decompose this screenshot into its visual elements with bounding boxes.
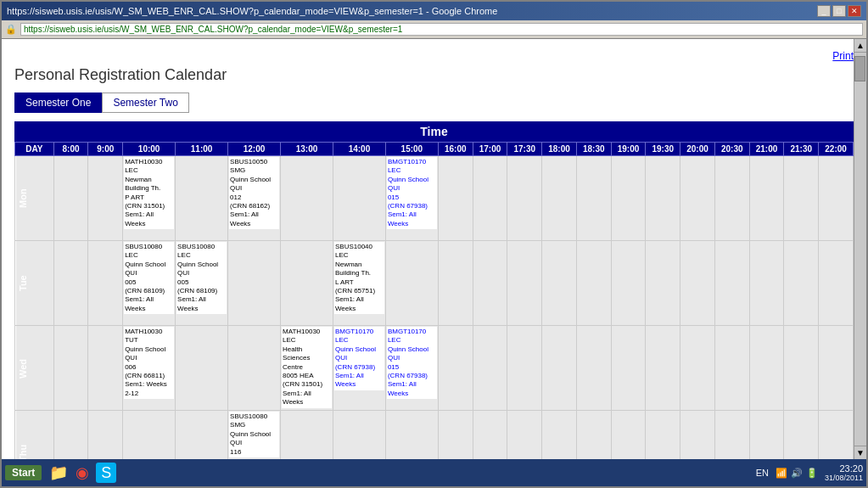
clock-date: 31/08/2011: [825, 474, 863, 482]
wed-2200: [819, 326, 854, 411]
wed-900: [88, 326, 123, 411]
tue-day-label: Tue: [15, 241, 54, 326]
time-8-header: 8:00: [53, 143, 88, 156]
mon-2000: [680, 156, 715, 241]
mon-bmgt10170-event: BMGT10170LECQuinn School QUI015(CRN 6793…: [387, 157, 437, 229]
close-button[interactable]: ✕: [848, 5, 861, 17]
scrollbar[interactable]: ▲ ▼: [854, 39, 866, 459]
mon-1400: [333, 156, 385, 241]
thu-1600: [438, 411, 473, 460]
mon-1830: [576, 156, 611, 241]
thu-day-label: Thu: [15, 411, 54, 460]
wed-1600: [438, 326, 473, 411]
window-controls: _ □ ✕: [817, 5, 861, 17]
wed-1830: [576, 326, 611, 411]
mon-2030: [714, 156, 749, 241]
wed-2030: [714, 326, 749, 411]
wed-bmgt10170a-event: BMGT10170LECQuinn School QUI(CRN 67938)S…: [334, 327, 384, 390]
start-button[interactable]: Start: [5, 465, 42, 480]
thu-1200: SBUS10080SMGQuinn School QUI116: [228, 411, 281, 460]
wed-2000: [680, 326, 715, 411]
taskbar-skype-icon[interactable]: S: [96, 463, 116, 483]
taskbar-lang: EN: [756, 468, 769, 478]
taskbar-chrome-icon[interactable]: ◉: [72, 463, 92, 483]
tue-1300: [281, 241, 333, 326]
thu-2100: [749, 411, 784, 460]
wed-1800: [542, 326, 577, 411]
title-bar: https://sisweb.usis.ie/usis/W_SM_WEB_ENR…: [2, 2, 866, 20]
thu-1700: [473, 411, 507, 460]
mon-1200: SBUS10050SMGQuinn School QUI012(CRN 6816…: [228, 156, 281, 241]
system-tray: 📶 🔊 🔋: [776, 468, 818, 479]
tab-semester-one[interactable]: Semester One: [14, 93, 102, 113]
minimize-button[interactable]: _: [817, 5, 831, 17]
lock-icon: 🔒: [5, 24, 17, 35]
mon-1100: [176, 156, 228, 241]
thu-row: Thu SBUS10080SMGQuinn School QUI116: [15, 411, 854, 460]
time-1830-header: 18:30: [576, 143, 611, 156]
network-icon: 📶: [776, 468, 787, 479]
tue-1500: [385, 241, 438, 326]
maximize-button[interactable]: □: [832, 5, 846, 17]
tue-900: [88, 241, 123, 326]
tue-1200: [228, 241, 281, 326]
time-13-header: 13:00: [281, 143, 333, 156]
print-link[interactable]: Print: [14, 46, 854, 66]
taskbar-right: EN 📶 🔊 🔋 23:20 31/08/2011: [756, 463, 863, 482]
tue-1000: SBUS10080LECQuinn School QUI005(CRN 6810…: [123, 241, 176, 326]
time-17-header: 17:00: [473, 143, 507, 156]
thu-800: [53, 411, 88, 460]
tue-1900: [611, 241, 646, 326]
time-20-header: 20:00: [680, 143, 715, 156]
thu-1830: [576, 411, 611, 460]
mon-1930: [646, 156, 680, 241]
tue-1800: [542, 241, 577, 326]
battery-icon: 🔋: [806, 468, 818, 479]
wed-1100: [176, 326, 228, 411]
tue-sbus10040-event: SBUS10040LECNewman Building Th.L ART(CRN…: [334, 242, 384, 314]
tue-2000: [680, 241, 715, 326]
time-1730-header: 17:30: [507, 143, 542, 156]
day-col-header: DAY: [15, 143, 54, 156]
tue-2200: [819, 241, 854, 326]
mon-2200: [819, 156, 854, 241]
time-1930-header: 19:30: [646, 143, 680, 156]
tue-1600: [438, 241, 473, 326]
time-14-header: 14:00: [333, 143, 385, 156]
time-12-header: 12:00: [228, 143, 281, 156]
time-9-header: 9:00: [88, 143, 123, 156]
tue-2030: [714, 241, 749, 326]
taskbar-icons: 📁 ◉ S: [48, 463, 116, 483]
mon-2130: [784, 156, 819, 241]
wed-math10030-tut-event: MATH10030TUTQuinn School QUI006(CRN 6681…: [124, 327, 174, 399]
address-input[interactable]: https://sisweb.usis.ie/usis/W_SM_WEB_ENR…: [20, 23, 863, 36]
tue-2100: [749, 241, 784, 326]
time-10-header: 10:00: [123, 143, 176, 156]
mon-sbus10050-event: SBUS10050SMGQuinn School QUI012(CRN 6816…: [229, 157, 279, 229]
time-19-header: 19:00: [611, 143, 646, 156]
scroll-thumb[interactable]: [854, 56, 865, 81]
thu-1730: [507, 411, 542, 460]
thu-1300: [281, 411, 333, 460]
wed-2130: [784, 326, 819, 411]
time-11-header: 11:00: [176, 143, 228, 156]
wed-1000: MATH10030TUTQuinn School QUI006(CRN 6681…: [123, 326, 176, 411]
thu-2200: [819, 411, 854, 460]
time-2130-header: 21:30: [784, 143, 819, 156]
mon-1900: [611, 156, 646, 241]
wed-1300: MATH10030LECHealth Sciences Centre8005 H…: [281, 326, 333, 411]
wed-1730: [507, 326, 542, 411]
browser-content: Print Personal Registration Calendar Sem…: [2, 39, 866, 459]
page-title: Personal Registration Calendar: [14, 66, 854, 84]
time-18-header: 18:00: [542, 143, 577, 156]
mon-1600: [438, 156, 473, 241]
tue-sbus10080b-event: SBUS10080LECQuinn School QUI005(CRN 6810…: [176, 242, 227, 314]
mon-1730: [507, 156, 542, 241]
wed-1930: [646, 326, 680, 411]
tab-semester-two[interactable]: Semester Two: [102, 93, 188, 113]
mon-1800: [542, 156, 577, 241]
taskbar-folder-icon[interactable]: 📁: [48, 463, 69, 483]
thu-1500: [385, 411, 438, 460]
mon-1500: BMGT10170LECQuinn School QUI015(CRN 6793…: [385, 156, 438, 241]
tue-row: Tue SBUS10080LECQuinn School QUI005(CRN …: [15, 241, 854, 326]
